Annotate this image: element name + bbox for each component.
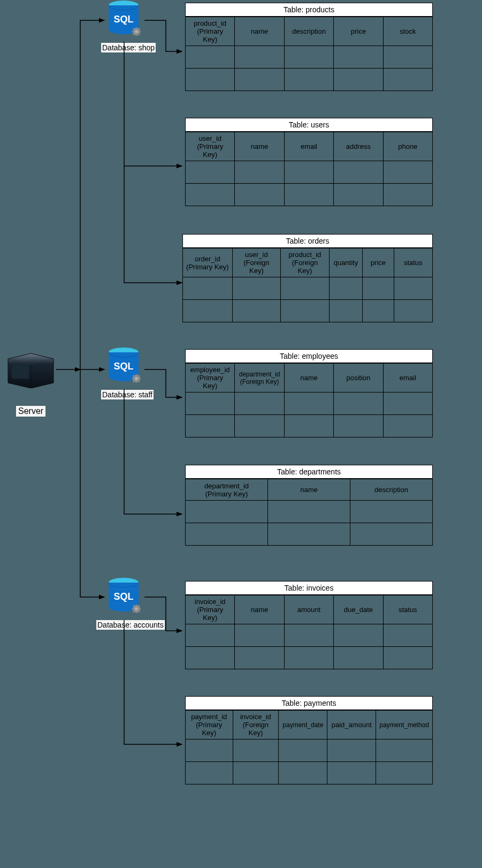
col-key: (Foreign Key) — [243, 721, 269, 737]
col-key: (Foreign Key) — [240, 378, 279, 386]
col-header: payment_method — [376, 711, 433, 739]
table-title: Table: payments — [185, 696, 433, 710]
database-accounts-label: Database: accounts — [96, 620, 165, 630]
database-staff-icon — [106, 347, 143, 387]
database-accounts-icon — [106, 577, 143, 617]
table-title: Table: users — [185, 118, 433, 132]
database-shop-icon — [106, 0, 143, 40]
server-label: Server — [16, 406, 45, 417]
col-header: name — [235, 595, 284, 624]
col-header: product_id — [194, 19, 226, 27]
col-header: name — [268, 479, 350, 501]
table-users: Table: users user_id(Primary Key) name e… — [185, 118, 433, 206]
col-header: name — [284, 364, 333, 393]
col-key: (Primary Key) — [197, 27, 223, 43]
col-header: description — [350, 479, 433, 501]
col-key: (Foreign Key) — [243, 259, 269, 275]
col-header: status — [383, 595, 432, 624]
col-header: payment_id — [191, 713, 227, 721]
col-key: (Primary Key) — [197, 606, 223, 622]
col-key: (Foreign Key) — [292, 259, 318, 275]
col-header: paid_amount — [327, 711, 376, 739]
svg-rect-0 — [12, 364, 29, 379]
table-invoices: Table: invoices invoice_id(Primary Key) … — [185, 581, 433, 669]
database-shop-label: Database: shop — [101, 43, 156, 52]
col-header: email — [284, 132, 333, 161]
table-title: Table: products — [185, 3, 433, 17]
col-header: stock — [383, 17, 432, 46]
table-title: Table: orders — [182, 234, 433, 248]
col-header: address — [334, 132, 383, 161]
col-header: user_id — [245, 251, 268, 259]
server-icon — [5, 351, 56, 388]
col-header: price — [363, 248, 394, 277]
col-header: description — [284, 17, 333, 46]
col-key: (Primary Key) — [186, 263, 228, 271]
col-header: department_id — [239, 371, 280, 378]
col-key: (Primary Key) — [197, 142, 223, 158]
col-header: quantity — [329, 248, 362, 277]
col-key: (Primary Key) — [196, 721, 222, 737]
col-header: due_date — [334, 595, 383, 624]
col-header: phone — [383, 132, 432, 161]
col-header: name — [235, 17, 284, 46]
col-header: order_id — [195, 255, 220, 263]
table-departments: Table: departments department_id(Primary… — [185, 465, 433, 546]
col-header: status — [394, 248, 432, 277]
table-products: Table: products product_id(Primary Key) … — [185, 3, 433, 91]
col-header: amount — [284, 595, 333, 624]
col-header: price — [334, 17, 383, 46]
database-staff-label: Database: staff — [101, 390, 154, 399]
col-header: user_id — [198, 134, 221, 142]
col-key: (Primary Key) — [205, 490, 248, 498]
col-header: email — [383, 364, 432, 393]
col-header: department_id — [204, 482, 249, 490]
table-employees: Table: employees employee_id(Primary Key… — [185, 349, 433, 437]
col-header: name — [235, 132, 284, 161]
col-header: invoice_id — [240, 713, 271, 721]
col-header: position — [334, 364, 383, 393]
table-orders: Table: orders order_id(Primary Key) user… — [182, 234, 433, 322]
col-header: employee_id — [190, 366, 230, 374]
col-header: payment_date — [279, 711, 327, 739]
table-payments: Table: payments payment_id(Primary Key) … — [185, 696, 433, 784]
table-title: Table: employees — [185, 349, 433, 363]
table-title: Table: invoices — [185, 581, 433, 595]
col-header: product_id — [289, 251, 322, 259]
col-header: invoice_id — [195, 598, 226, 606]
col-key: (Primary Key) — [197, 374, 223, 390]
table-title: Table: departments — [185, 465, 433, 479]
